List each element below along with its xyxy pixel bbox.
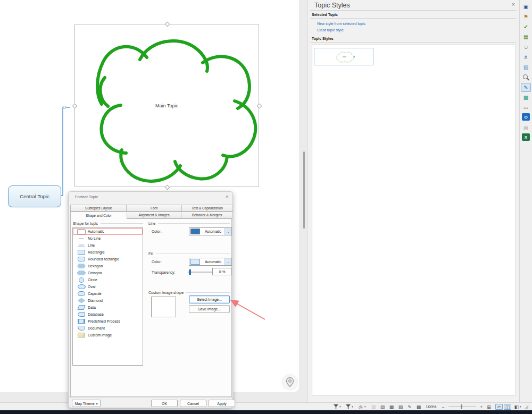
contrast-mode-icon[interactable]: ◧ [513,404,520,410]
task-info-icon[interactable]: ✔ [521,22,531,31]
panel-close-icon[interactable]: × [510,2,517,7]
main-topic-selection[interactable]: Main Topic [74,24,259,187]
pen-panel-icon[interactable]: ✎ [406,404,413,410]
topic-card-icon[interactable]: ◫ [504,404,511,410]
rounded-rectangle-shape-icon [78,257,85,261]
shape-option-rectangle[interactable]: Rectangle [73,249,143,256]
new-style-link[interactable]: New style from selected topic [317,22,365,26]
apply-button[interactable]: Apply [209,400,235,407]
zoom-in-icon[interactable]: + [478,404,485,410]
transparency-slider[interactable] [188,269,212,275]
application-window: Main Topic Central Topic Topic Styles × … [0,0,532,414]
topic-style-item[interactable] [314,48,373,65]
filter-dropdown-icon[interactable]: ▾ [339,405,341,408]
line-color-label: Color: [152,230,162,233]
shape-option-document[interactable]: Document [73,325,143,332]
search-icon[interactable] [521,73,531,82]
chevron-down-icon: ▾ [96,402,98,405]
shape-option-automatic[interactable]: Automatic [73,228,143,235]
divider [310,18,517,19]
fill-group: Fill [148,252,230,256]
tab-font[interactable]: Font [126,205,182,212]
zoom-level-label: 100% [426,404,436,409]
power-filter-dropdown-icon[interactable]: ▾ [352,405,353,408]
resources-icon[interactable]: ⚑ [521,12,531,21]
resize-grip[interactable]: ◢ [525,404,528,409]
shape-option-oval[interactable]: Oval [73,283,143,290]
tab-subtopics-layout[interactable]: Subtopics Layout [70,205,127,212]
power-filter-icon[interactable] [346,404,351,409]
canvas-vertical-scrollbar[interactable] [303,151,305,229]
chevron-down-icon[interactable]: ⌄ [225,228,231,235]
archive-icon[interactable]: ▭ [521,103,531,112]
map-theme-button[interactable]: Map Theme ▾ [72,400,101,407]
hexagon-shape-icon [77,264,86,268]
outlook-icon[interactable]: O [522,113,530,121]
overview-panel-icon[interactable]: ▩ [415,404,422,410]
fill-color-label: Color: [152,260,162,264]
shape-group-label: Shape for topic [73,222,98,225]
snap-align-icon[interactable]: ⊂ [495,404,503,410]
custom-image-shape-icon [78,333,85,337]
chevron-down-icon[interactable]: ⌄ [225,258,231,265]
shape-option-no-line[interactable]: No Line [73,235,143,242]
location-pin-icon [286,377,294,387]
ok-button[interactable]: OK [151,400,178,407]
shape-for-topic-group: Shape for topic [73,222,143,225]
schedule-panel-icon[interactable]: ▦ [388,404,395,410]
dialog-close-icon[interactable]: × [224,194,230,199]
fit-map-icon[interactable]: ⊞ [485,404,493,410]
fill-color-dropdown[interactable]: Automatic ⌄ [189,258,232,266]
shape-option-octagon[interactable]: Octagon [73,269,143,276]
divider [310,42,517,43]
shape-option-line[interactable]: Line [73,242,143,249]
automatic-shape-icon [77,229,86,234]
contacts-icon[interactable]: ☺ [521,43,531,52]
tab-text-capitalization[interactable]: Text & Capitalization [181,205,233,212]
shape-listbox[interactable]: Automatic No Line Line Rectangle Rounded… [72,227,143,366]
schedule-icon[interactable]: ▦ [521,32,531,41]
transparency-value[interactable]: 0 % [212,268,232,275]
line-color-swatch [190,229,200,234]
topic-styles-list [312,45,516,395]
clock-dropdown-icon[interactable]: ▾ [364,405,366,408]
map-position-button[interactable] [281,374,298,391]
no-line-shape-icon [78,236,85,241]
zoom-out-icon[interactable]: − [439,404,447,410]
shape-option-data[interactable]: Data [73,304,143,311]
library-icon[interactable]: ▣ [521,2,531,11]
images-panel-icon[interactable]: ▧ [397,404,404,410]
shape-option-capsule[interactable]: Capsule [73,290,143,297]
filter-icon[interactable] [334,404,338,409]
contrast-dropdown-icon[interactable]: ▾ [520,405,521,408]
diamond-shape-icon [78,298,86,303]
clear-style-link[interactable]: Clear topic style [317,28,344,32]
shape-option-custom-image[interactable]: Custom image [73,332,143,339]
zoom-slider-track[interactable] [448,407,476,407]
line-color-dropdown[interactable]: Automatic ⌄ [189,227,232,235]
zoom-slider-thumb[interactable] [461,404,462,409]
shape-option-diamond[interactable]: Diamond [73,297,143,304]
relationships-icon[interactable]: ⋔ [521,53,531,62]
web-icon[interactable]: ◎ [521,123,531,132]
taskbar-edge [0,410,532,414]
shape-option-hexagon[interactable]: Hexagon [73,263,143,269]
transparency-slider-thumb[interactable] [189,269,191,275]
images-icon[interactable]: ▧ [521,63,531,72]
capsule-shape-icon [78,291,85,296]
tab-shape-and-color[interactable]: Shape and Color [70,212,127,219]
excel-icon[interactable]: X [522,133,530,141]
quick-filter-clock-icon[interactable]: ◷ [357,404,364,410]
topic-styles-icon[interactable]: ✎ [521,83,531,92]
shape-option-rounded-rectangle[interactable]: Rounded rectangle [73,256,143,263]
notes-panel-icon[interactable]: ▤ [379,404,386,410]
no-sync-icon: ☒ [370,404,377,410]
shape-option-predefined-process[interactable]: Predefined Process [73,318,143,325]
tab-behavior-margins[interactable]: Behavior & Margins [181,212,233,218]
central-topic-node[interactable]: Central Topic [8,185,61,207]
shape-option-database[interactable]: Database [73,311,143,318]
map-theme-icon[interactable]: ▩ [521,93,531,102]
cancel-button[interactable]: Cancel [180,400,206,407]
shape-option-circle[interactable]: Circle [73,276,143,283]
tab-alignment-images[interactable]: Alignment & Images [127,212,181,218]
